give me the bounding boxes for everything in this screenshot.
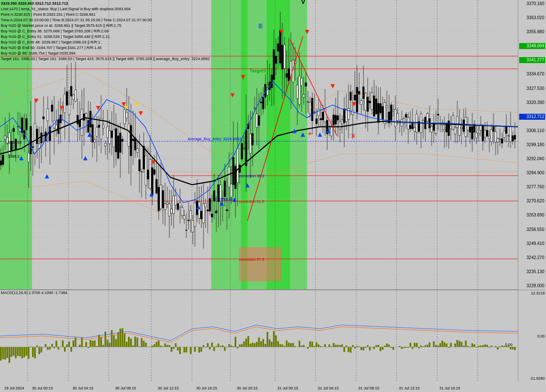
macd-zero-label: 0.00 (537, 334, 545, 338)
info-line-4: Buy %20 @ Market price or at: 3268.861 |… (1, 23, 209, 29)
time-label: 30 Jul 08:15 (115, 386, 136, 390)
chart-container: 3370.1603363.0203355.8803348.0943341.277… (0, 0, 546, 392)
macd-high-label: 12.3118 (531, 291, 545, 295)
price-label: 3320.390 (519, 100, 545, 106)
time-label: 31 Jul 04:15 (318, 386, 339, 390)
price-label: 3249.410 (519, 241, 545, 247)
price-label: 3277.760 (519, 184, 545, 190)
price-axis: 3370.1603363.0203355.8803348.0943341.277… (518, 0, 546, 290)
info-panel: 3319.350 3320.453 3312.712 3312.712 Line… (1, 1, 209, 62)
time-label: 30 Jul 00:15 (32, 386, 53, 390)
macd-info: MACD(12,26,9) 2.3705 4.1090 -1.7384 (1, 291, 67, 295)
price-label: 3363.020 (519, 15, 545, 21)
price-label: 3341.277 (519, 57, 545, 63)
info-line-8: Buy %20 @ End 50: 3194.707 | Target:3341… (1, 45, 209, 51)
macd-low-label: -21.9280 (529, 376, 545, 380)
info-line-5: Buy %10 @ C_Entry 38: 3275.668 | Target:… (1, 29, 209, 34)
info-line-3: Time A:2024.07.30 23:00:00 | Time B:2024… (1, 17, 209, 23)
price-label: 3242.270 (519, 255, 545, 261)
price-label: 3327.530 (519, 86, 545, 92)
info-line-6: Buy %10 @ C_Entry 61: 3258.539 | Target:… (1, 34, 209, 40)
macd-canvas (0, 290, 518, 381)
time-label: 31 Jul 16:15 (439, 386, 460, 390)
time-label: 30 Jul 04:15 (73, 386, 93, 390)
price-label: 3270.620 (519, 198, 545, 204)
macd-axis: 12.3118 0.00 -21.9280 (518, 290, 546, 381)
price-label: 3355.880 (519, 29, 545, 35)
info-line-0: 3319.350 3320.453 3312.712 3312.712 (1, 1, 209, 6)
info-line-2: Point A:3230.915 | Point B:3303.331 | Po… (1, 12, 209, 17)
info-line-7: Buy %10 @ C_Entr 48: 3239.967 | Target:3… (1, 40, 209, 45)
price-label: 3256.550 (519, 227, 545, 233)
price-label: 3235.130 (519, 269, 545, 275)
price-label: 3306.110 (519, 128, 545, 134)
time-label: 30 Jul 12:15 (158, 386, 179, 390)
price-label: 3370.160 (519, 1, 545, 7)
time-label: 31 Jul 00:15 (277, 386, 298, 390)
price-label: 3299.180 (519, 142, 545, 148)
info-line-10: Target 161: 3386.03 | Target 161: 3386.0… (1, 56, 209, 62)
macd-chart (0, 290, 518, 381)
time-label: 29 Jul 2024 (4, 386, 24, 390)
time-axis: 29 Jul 202430 Jul 00:1530 Jul 04:1530 Ju… (0, 384, 518, 392)
time-label: 31 Jul 12:15 (399, 386, 420, 390)
time-label: 31 Jul 08:15 (358, 386, 379, 390)
price-label: 3284.900 (519, 170, 545, 176)
time-label: 30 Jul 16:15 (196, 386, 217, 390)
price-label: 3348.094 (519, 43, 545, 49)
info-line-1: Line:1470 | tema_h1_status: Buy | Last S… (1, 6, 209, 12)
time-label: 30 Jul 20:15 (237, 386, 258, 390)
price-label: 3292.040 (519, 156, 545, 162)
info-line-9: Buy %10 @ 88: 3166.754 | Target:3330.994 (1, 51, 209, 56)
price-label: 3312.712 (519, 114, 545, 120)
price-label: 3263.690 (519, 212, 545, 218)
price-label: 3228.000 (519, 283, 545, 289)
price-label: 3334.670 (519, 71, 545, 77)
